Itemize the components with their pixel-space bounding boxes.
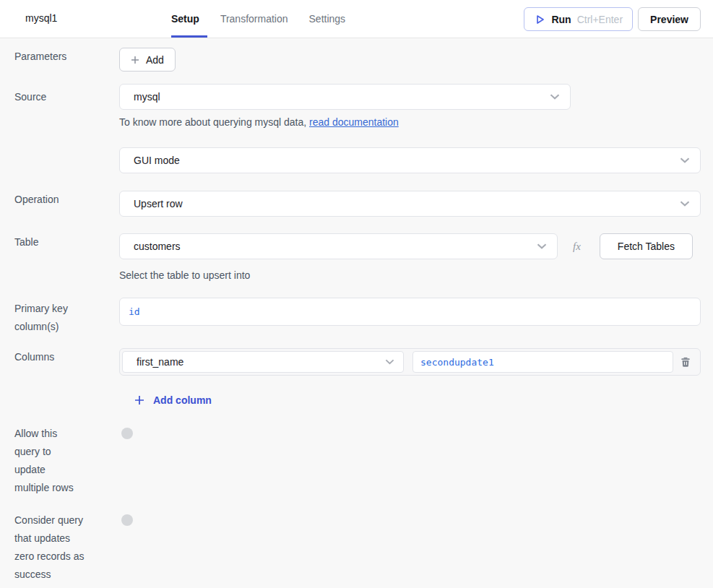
mode-select[interactable]: GUI mode <box>119 147 701 173</box>
preview-button[interactable]: Preview <box>638 7 701 31</box>
operation-label: Operation <box>14 191 119 209</box>
column-value-input[interactable]: secondupdate1 <box>412 351 673 373</box>
run-button[interactable]: Run Ctrl+Enter <box>524 7 633 31</box>
parameters-label: Parameters <box>14 48 119 66</box>
datasource-selected-value: mysql <box>134 91 160 103</box>
header-actions: Run Ctrl+Enter Preview <box>524 7 701 31</box>
table-helper: Select the table to upsert into <box>119 269 701 282</box>
chevron-down-icon <box>550 94 560 100</box>
add-parameter-button[interactable]: Add <box>119 48 176 72</box>
chevron-down-icon <box>680 201 690 207</box>
add-column-button[interactable]: Add column <box>134 391 701 409</box>
source-helper: To know more about querying mysql data, … <box>119 116 701 129</box>
delete-column-button[interactable] <box>673 356 698 368</box>
fetch-tables-button[interactable]: Fetch Tables <box>600 233 693 259</box>
chevron-down-icon <box>385 359 394 365</box>
primary-key-label: Primary key column(s) <box>14 298 119 336</box>
columns-label: Columns <box>14 348 119 366</box>
mode-selected-value: GUI mode <box>134 155 180 166</box>
operation-selected-value: Upsert row <box>134 198 183 209</box>
table-select[interactable]: customers <box>119 233 558 259</box>
source-helper-text: To know more about querying mysql data, <box>119 116 306 128</box>
add-column-label: Add column <box>153 394 212 406</box>
chevron-down-icon <box>680 157 690 163</box>
query-header: mysql1 Setup Transformation Settings Run… <box>0 0 713 38</box>
trash-icon <box>680 356 691 368</box>
column-name-select[interactable]: first_name <box>122 351 404 373</box>
plus-icon <box>131 56 139 64</box>
add-parameter-label: Add <box>146 54 164 66</box>
allow-multiple-label: Allow this query to update multiple rows <box>14 425 119 497</box>
read-documentation-link[interactable]: read documentation <box>309 116 399 128</box>
plus-icon <box>134 395 144 405</box>
header-tabs: Setup Transformation Settings <box>171 0 353 38</box>
datasource-select[interactable]: mysql <box>119 84 571 110</box>
query-form: Parameters Add Source mysql To know more… <box>0 38 713 584</box>
column-value: secondupdate1 <box>420 357 494 368</box>
tab-setup[interactable]: Setup <box>171 0 207 38</box>
column-row: first_name secondupdate1 <box>119 348 701 376</box>
zero-records-toggle[interactable] <box>121 514 133 526</box>
query-title: mysql1 <box>25 0 57 37</box>
run-shortcut: Ctrl+Enter <box>577 14 623 25</box>
allow-multiple-toggle[interactable] <box>121 428 133 439</box>
primary-key-value: id <box>129 306 140 317</box>
source-label: Source <box>14 84 119 106</box>
run-label: Run <box>551 14 571 25</box>
operation-select[interactable]: Upsert row <box>119 191 701 217</box>
tab-settings[interactable]: Settings <box>309 0 354 38</box>
zero-records-label: Consider query that updates zero records… <box>14 511 119 584</box>
tab-transformation[interactable]: Transformation <box>220 0 296 38</box>
table-label: Table <box>14 233 119 251</box>
primary-key-input[interactable]: id <box>119 298 701 326</box>
play-icon <box>534 14 545 25</box>
table-selected-value: customers <box>134 241 181 252</box>
chevron-down-icon <box>537 243 547 249</box>
fx-toggle-icon[interactable]: fx <box>573 241 581 253</box>
column-name-value: first_name <box>137 356 183 368</box>
